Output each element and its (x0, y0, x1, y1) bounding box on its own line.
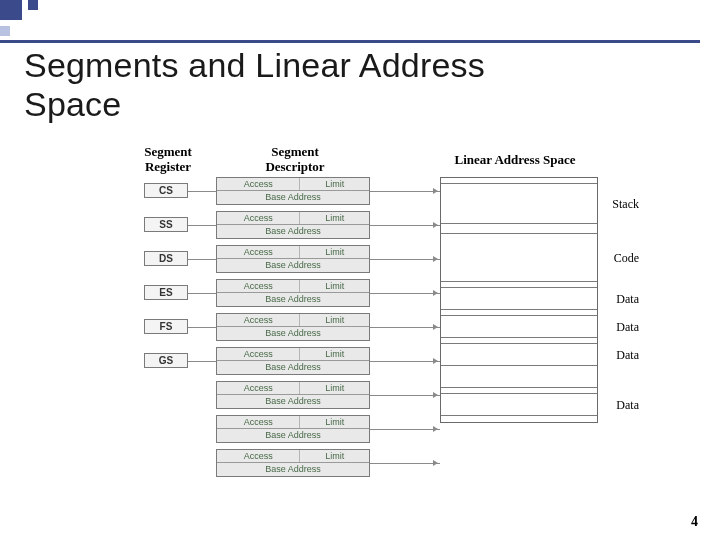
descriptor-access-label: Access (217, 314, 300, 326)
linear-segment-3: Code (441, 234, 597, 282)
linear-segment-1: Stack (441, 184, 597, 224)
header-segment-register: SegmentRegister (128, 145, 208, 175)
descriptor-access-label: Access (217, 450, 300, 462)
segment-descriptor-7: AccessLimitBase Address (216, 415, 370, 443)
linear-segment-label: Code (614, 250, 639, 265)
mapping-arrow (370, 463, 440, 464)
segment-register-gs: GS (144, 353, 188, 368)
descriptor-access-label: Access (217, 416, 300, 428)
slide-title: Segments and Linear AddressSpace (24, 46, 485, 124)
linear-segment-label: Data (616, 347, 639, 362)
mapping-arrow (370, 395, 440, 396)
descriptor-access-label: Access (217, 382, 300, 394)
segment-register-ss: SS (144, 217, 188, 232)
mapping-arrow (370, 429, 440, 430)
descriptor-base-label: Base Address (217, 293, 369, 306)
descriptor-limit-label: Limit (300, 450, 369, 462)
descriptor-limit-label: Limit (300, 246, 369, 258)
segment-descriptor-4: AccessLimitBase Address (216, 313, 370, 341)
descriptor-limit-label: Limit (300, 178, 369, 190)
segment-register-cs: CS (144, 183, 188, 198)
linear-segment-12: Data (441, 394, 597, 416)
descriptor-limit-label: Limit (300, 348, 369, 360)
header-segment-descriptor: SegmentDescriptor (250, 145, 340, 175)
mapping-arrow (370, 191, 440, 192)
linear-segment-label: Data (616, 291, 639, 306)
linear-address-space-box: StackCodeDataDataDataData (440, 177, 598, 423)
linear-segment-10 (441, 366, 597, 388)
decorative-corner (0, 0, 82, 42)
mapping-arrow (370, 327, 440, 328)
linear-segment-7: Data (441, 316, 597, 338)
descriptor-limit-label: Limit (300, 314, 369, 326)
segment-descriptor-6: AccessLimitBase Address (216, 381, 370, 409)
mapping-arrow (370, 293, 440, 294)
linear-segment-9: Data (441, 344, 597, 366)
page-number: 4 (691, 514, 698, 530)
descriptor-limit-label: Limit (300, 280, 369, 292)
linear-segment-5: Data (441, 288, 597, 310)
segment-descriptor-8: AccessLimitBase Address (216, 449, 370, 477)
descriptor-access-label: Access (217, 212, 300, 224)
mapping-arrow (370, 225, 440, 226)
segment-register-fs: FS (144, 319, 188, 334)
mapping-arrow (370, 361, 440, 362)
segment-descriptor-1: AccessLimitBase Address (216, 211, 370, 239)
descriptor-base-label: Base Address (217, 225, 369, 238)
linear-segment-label: Stack (612, 196, 639, 211)
descriptor-base-label: Base Address (217, 191, 369, 204)
segment-descriptor-5: AccessLimitBase Address (216, 347, 370, 375)
descriptor-base-label: Base Address (217, 361, 369, 374)
segment-register-es: ES (144, 285, 188, 300)
segment-descriptor-2: AccessLimitBase Address (216, 245, 370, 273)
mapping-arrow (370, 259, 440, 260)
descriptor-access-label: Access (217, 348, 300, 360)
linear-segment-13 (441, 416, 597, 422)
descriptor-access-label: Access (217, 178, 300, 190)
descriptor-access-label: Access (217, 280, 300, 292)
descriptor-limit-label: Limit (300, 382, 369, 394)
descriptor-base-label: Base Address (217, 327, 369, 340)
header-linear-address-space: Linear Address Space (430, 153, 600, 168)
descriptor-limit-label: Limit (300, 416, 369, 428)
descriptor-base-label: Base Address (217, 463, 369, 476)
linear-segment-label: Data (616, 397, 639, 412)
linear-segment-label: Data (616, 319, 639, 334)
descriptor-limit-label: Limit (300, 212, 369, 224)
descriptor-access-label: Access (217, 246, 300, 258)
descriptor-base-label: Base Address (217, 395, 369, 408)
segments-diagram: SegmentRegister SegmentDescriptor Linear… (100, 145, 630, 515)
segment-descriptor-0: AccessLimitBase Address (216, 177, 370, 205)
descriptor-base-label: Base Address (217, 259, 369, 272)
linear-segment-2 (441, 224, 597, 234)
descriptor-base-label: Base Address (217, 429, 369, 442)
segment-descriptor-3: AccessLimitBase Address (216, 279, 370, 307)
segment-register-ds: DS (144, 251, 188, 266)
